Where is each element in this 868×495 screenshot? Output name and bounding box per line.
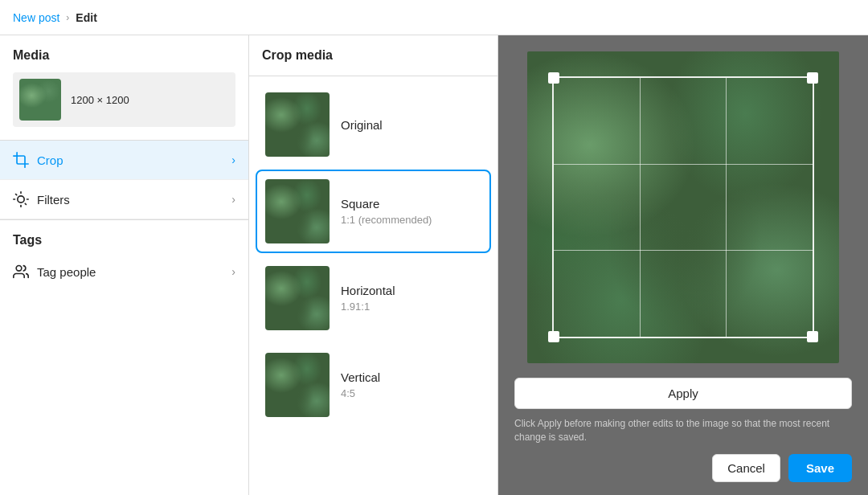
tag-people-item[interactable]: Tag people ›	[13, 257, 235, 286]
media-title: Media	[13, 48, 235, 63]
media-item: 1200 × 1200	[13, 72, 235, 127]
crop-option-square-ratio: 1:1 (recommended)	[341, 214, 432, 226]
crop-handle-bottom-right[interactable]	[807, 331, 818, 342]
breadcrumb-separator: ›	[66, 12, 69, 23]
svg-point-0	[18, 196, 24, 202]
crop-grid-overlay	[552, 76, 814, 338]
crop-option-square-name: Square	[341, 197, 432, 211]
crop-media-title: Crop media	[249, 35, 497, 76]
crop-icon	[13, 152, 29, 168]
svg-line-4	[25, 203, 26, 204]
crop-option-original-info: Original	[341, 118, 383, 132]
save-button[interactable]: Save	[788, 454, 852, 482]
crop-option-original[interactable]: Original	[256, 83, 491, 166]
crop-option-horizontal[interactable]: Horizontal 1.91:1	[256, 256, 491, 340]
media-section: Media 1200 × 1200	[0, 35, 248, 141]
footer-buttons: Cancel Save	[514, 454, 852, 482]
grid-line-h1	[554, 164, 813, 165]
crop-option-vertical-name: Vertical	[341, 370, 380, 384]
crop-thumb-original-img	[265, 92, 330, 157]
crop-option-original-name: Original	[341, 118, 383, 132]
svg-point-7	[16, 266, 22, 272]
crop-menu-left: Crop	[13, 152, 63, 168]
crop-label: Crop	[37, 153, 63, 167]
new-post-link[interactable]: New post	[13, 11, 59, 24]
filters-menu-item[interactable]: Filters ›	[0, 180, 248, 219]
crop-option-square-info: Square 1:1 (recommended)	[341, 197, 432, 226]
crop-thumb-horizontal	[265, 266, 330, 330]
filters-label: Filters	[37, 193, 70, 207]
crop-thumb-square	[265, 179, 330, 243]
crop-thumb-horizontal-img	[265, 266, 330, 330]
menu-section: Crop › Filters ›	[0, 141, 248, 219]
crop-options-list: Original Square 1:1 (recommended)	[249, 76, 497, 495]
crop-option-horizontal-ratio: 1.91:1	[341, 301, 395, 313]
tag-people-label: Tag people	[37, 265, 96, 279]
crop-option-horizontal-name: Horizontal	[341, 284, 395, 297]
filters-chevron-icon: ›	[231, 193, 235, 206]
middle-panel: Crop media Original Square 1:1 (recommen…	[249, 35, 498, 495]
crop-option-vertical-info: Vertical 4:5	[341, 370, 380, 399]
right-panel: Apply Click Apply before making other ed…	[498, 35, 868, 495]
tag-people-chevron-icon: ›	[231, 265, 235, 278]
breadcrumb-edit: Edit	[76, 11, 96, 24]
header: New post › Edit	[0, 0, 868, 35]
crop-option-vertical-ratio: 4:5	[341, 387, 380, 399]
apply-button[interactable]: Apply	[514, 378, 852, 409]
crop-option-vertical[interactable]: Vertical 4:5	[256, 343, 491, 427]
grid-line-v1	[640, 78, 641, 337]
tag-people-icon	[13, 264, 29, 280]
crop-handle-top-left[interactable]	[548, 72, 559, 84]
crop-option-square[interactable]: Square 1:1 (recommended)	[256, 170, 491, 253]
bottom-controls: Apply Click Apply before making other ed…	[514, 378, 852, 482]
crop-menu-item[interactable]: Crop ›	[0, 141, 248, 180]
main-content: Media 1200 × 1200 Crop ›	[0, 35, 868, 495]
crop-thumb-original	[265, 92, 330, 157]
media-dimensions: 1200 × 1200	[71, 94, 129, 106]
svg-line-3	[16, 194, 17, 195]
crop-chevron-icon: ›	[231, 153, 235, 166]
crop-thumb-square-img	[265, 179, 330, 243]
crop-thumb-vertical	[265, 353, 330, 417]
image-preview	[527, 51, 839, 363]
grid-line-h2	[554, 250, 813, 251]
media-thumbnail	[19, 79, 61, 121]
filters-menu-left: Filters	[13, 191, 70, 207]
tags-section: Tags Tag people ›	[0, 219, 248, 299]
crop-thumb-vertical-img	[265, 353, 330, 417]
grid-line-v2	[726, 78, 727, 337]
crop-handle-top-right[interactable]	[807, 72, 818, 84]
left-panel: Media 1200 × 1200 Crop ›	[0, 35, 249, 495]
crop-handle-bottom-left[interactable]	[548, 331, 559, 342]
tags-title: Tags	[13, 233, 235, 248]
media-thumb-image	[19, 79, 61, 121]
filters-icon	[13, 191, 29, 207]
tag-people-left: Tag people	[13, 264, 96, 280]
apply-hint: Click Apply before making other edits to…	[514, 417, 852, 444]
cancel-button[interactable]: Cancel	[712, 454, 780, 482]
crop-option-horizontal-info: Horizontal 1.91:1	[341, 284, 395, 313]
